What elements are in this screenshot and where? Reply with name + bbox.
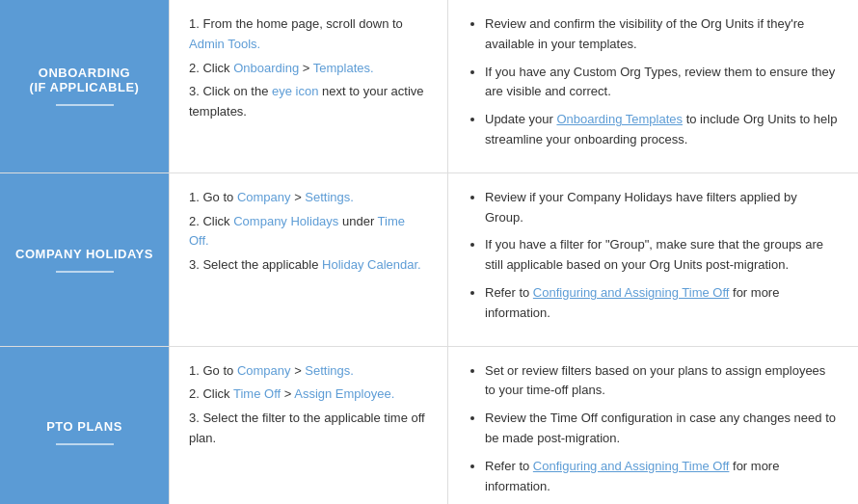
steps-onboarding: 1. From the home page, scroll down to Ad… xyxy=(169,0,448,172)
label-text: COMPANY HOLIDAYS xyxy=(15,247,153,261)
label-pto-plans: PTO PLANS xyxy=(0,347,169,504)
main-container: ONBOARDING(IF APPLICABLE)1. From the hom… xyxy=(0,0,858,504)
step-link[interactable]: Holiday Calendar. xyxy=(322,257,421,272)
table-row-onboarding: ONBOARDING(IF APPLICABLE)1. From the hom… xyxy=(0,0,858,173)
label-text: PTO PLANS xyxy=(46,419,122,434)
step-item: 2. Click Time Off > Assign Employee. xyxy=(189,385,428,405)
step-item: 1. Go to Company > Settings. xyxy=(189,361,428,382)
step-link[interactable]: Templates. xyxy=(313,61,374,75)
table-row-company-holidays: COMPANY HOLIDAYS1. Go to Company > Setti… xyxy=(0,173,858,347)
notes-pto-plans: Set or review filters based on your plan… xyxy=(448,347,858,504)
step-item: 1. Go to Company > Settings. xyxy=(189,188,428,208)
step-link[interactable]: Company Holidays xyxy=(233,214,338,228)
note-item: Update your Onboarding Templates to incl… xyxy=(485,110,839,150)
note-link[interactable]: Onboarding Templates xyxy=(556,112,683,126)
steps-company-holidays: 1. Go to Company > Settings.2. Click Com… xyxy=(169,173,448,346)
note-item: Review the Time Off configuration in cas… xyxy=(485,409,839,449)
label-company-holidays: COMPANY HOLIDAYS xyxy=(0,173,169,346)
step-link[interactable]: Assign Employee. xyxy=(294,386,394,401)
note-item: Refer to Configuring and Assigning Time … xyxy=(485,283,839,324)
notes-company-holidays: Review if your Company Holidays have fil… xyxy=(448,173,858,346)
step-item: 1. From the home page, scroll down to Ad… xyxy=(189,14,428,55)
step-link[interactable]: Settings. xyxy=(305,190,354,204)
label-divider xyxy=(56,104,114,106)
label-text: (IF APPLICABLE) xyxy=(30,80,140,94)
note-item: If you have a filter for "Group", make s… xyxy=(485,235,839,276)
note-item: Review if your Company Holidays have fil… xyxy=(485,188,839,228)
step-link[interactable]: Onboarding xyxy=(233,61,299,75)
note-item: Review and confirm the visibility of the… xyxy=(485,14,839,55)
step-link[interactable]: Settings. xyxy=(305,363,354,378)
note-link[interactable]: Configuring and Assigning Time Off xyxy=(533,285,730,300)
step-item: 3. Select the filter to the applicable t… xyxy=(189,409,428,449)
note-link[interactable]: Configuring and Assigning Time Off xyxy=(533,459,730,473)
steps-pto-plans: 1. Go to Company > Settings.2. Click Tim… xyxy=(169,347,448,504)
step-link[interactable]: eye icon xyxy=(272,84,318,98)
notes-onboarding: Review and confirm the visibility of the… xyxy=(448,0,858,172)
label-text: ONBOARDING xyxy=(39,66,130,80)
label-divider xyxy=(56,271,114,273)
label-onboarding: ONBOARDING(IF APPLICABLE) xyxy=(0,0,169,172)
step-item: 3. Select the applicable Holiday Calenda… xyxy=(189,255,428,276)
step-link[interactable]: Time Off xyxy=(233,386,281,401)
step-link[interactable]: Company xyxy=(237,363,291,378)
step-item: 3. Click on the eye icon next to your ac… xyxy=(189,82,428,122)
note-item: Refer to Configuring and Assigning Time … xyxy=(485,457,839,497)
note-item: If you have any Custom Org Types, review… xyxy=(485,63,839,103)
step-item: 2. Click Onboarding > Templates. xyxy=(189,59,428,79)
table: ONBOARDING(IF APPLICABLE)1. From the hom… xyxy=(0,0,858,504)
step-item: 2. Click Company Holidays under Time Off… xyxy=(189,212,428,252)
label-divider xyxy=(56,443,114,445)
table-row-pto-plans: PTO PLANS1. Go to Company > Settings.2. … xyxy=(0,347,858,504)
step-link[interactable]: Company xyxy=(237,190,291,204)
note-item: Set or review filters based on your plan… xyxy=(485,361,839,402)
step-link[interactable]: Admin Tools. xyxy=(189,37,260,51)
